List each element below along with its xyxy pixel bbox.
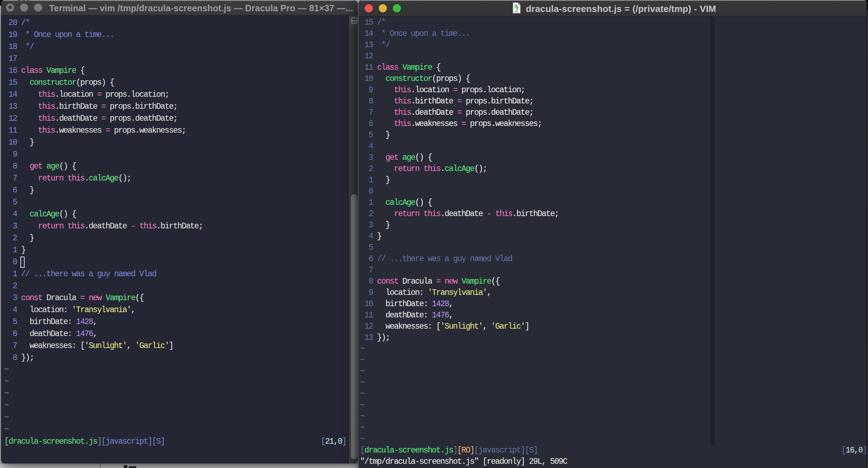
svg-text:JS: JS [515,10,518,13]
